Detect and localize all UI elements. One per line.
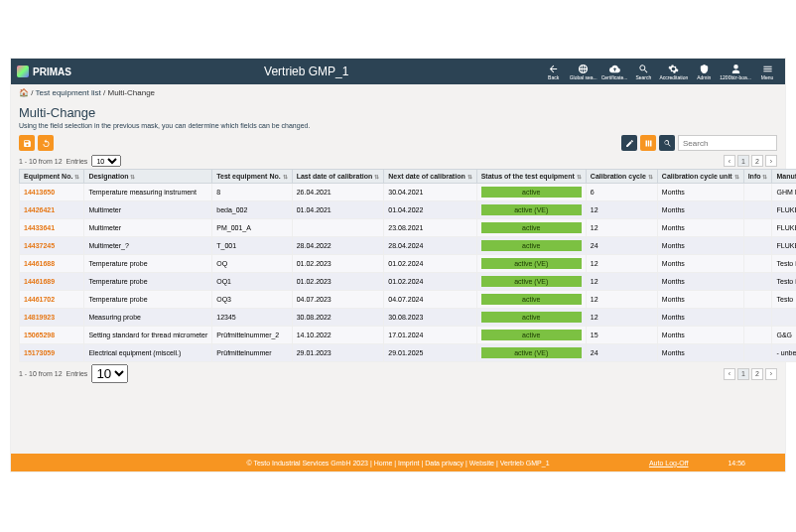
table-row[interactable]: 14819923Measuring probe1234530.08.202230… [20,309,797,327]
pager-prev[interactable]: ‹ [724,368,735,380]
search-input[interactable] [678,135,777,151]
col-header[interactable]: Status of the test equipment⇅ [476,170,586,184]
table-row[interactable]: 14426421Multimeterbeda_00201.04.202101.0… [20,201,797,219]
cell-eq[interactable]: 14426421 [20,201,84,219]
footer-link[interactable]: Website [469,460,494,466]
pager-page-1[interactable]: 1 [737,368,749,380]
breadcrumb-current: Multi-Change [107,88,155,97]
columns-button[interactable] [640,135,656,151]
cell-des: Temperature measuring instrument [84,184,212,201]
cell-eq[interactable]: 14413650 [20,184,84,201]
sort-icon: ⇅ [734,174,739,180]
cell-last: 28.04.2022 [292,237,384,255]
upload-icon [609,64,620,74]
cell-status: active [476,291,586,309]
col-header[interactable]: Designation⇅ [84,170,212,184]
menu-icon [762,64,773,74]
col-header[interactable]: Manufacturer⇅ [772,170,796,184]
cell-info [743,237,772,255]
toolbar-user[interactable]: 1200biz-boa... [720,64,751,80]
toolbar-menu[interactable]: Menu [755,64,779,80]
toolbar-admin[interactable]: Admin [692,64,716,80]
table-body: 14413650Temperature measuring instrument… [20,184,797,362]
search-button[interactable] [659,135,675,151]
cell-info [743,255,772,273]
home-icon[interactable]: 🏠 [19,88,29,97]
col-header[interactable]: Calibration cycle unit⇅ [657,170,743,184]
table-row[interactable]: 14461688Temperature probeOQ01.02.202301.… [20,255,797,273]
page-title: Multi-Change [19,105,777,120]
table-row[interactable]: 14437245Multimeter_?T_00128.04.202228.04… [20,237,797,255]
pager-page-2[interactable]: 2 [751,368,763,380]
cell-info [743,219,772,237]
sort-icon: ⇅ [74,174,79,180]
table-row[interactable]: 15173059Electrical equipment (miscell.)P… [20,344,797,362]
cell-unit: Months [657,273,743,291]
brand-logo [17,66,29,77]
cell-eq[interactable]: 14437245 [20,237,84,255]
table-row[interactable]: 14461702Temperature probeOQ304.07.202304… [20,291,797,309]
cell-eq[interactable]: 14461689 [20,273,84,291]
cell-last: 01.02.2023 [292,255,384,273]
entries-select-bottom[interactable]: 10 [91,364,128,383]
toolbar-back[interactable]: Back [542,64,566,80]
footer-link[interactable]: Imprint [398,460,419,466]
cell-info [743,291,772,309]
footer-auto-logoff: Auto Log-Off [649,460,689,466]
entries-select-top[interactable]: 10 [91,155,121,167]
cell-eq[interactable]: 14461688 [20,255,84,273]
toolbar-upload[interactable]: Certificate... [601,64,628,80]
cell-next: 23.08.2021 [384,219,476,237]
cell-last: 04.07.2023 [292,291,384,309]
footer-copyright: © Testo Industrial Services GmbH 2023 [246,460,368,466]
pager-next[interactable]: › [765,368,777,380]
cell-status: active (VE) [476,201,586,219]
cell-eq[interactable]: 15173059 [20,344,84,362]
save-button[interactable] [19,135,35,151]
cell-cyc: 12 [586,309,657,327]
globe-icon [578,64,589,74]
header-toolbar: BackGlobal sea...Certificate...SearchAcc… [542,64,779,80]
toolbar-search[interactable]: Search [631,64,655,80]
toolbar-gear[interactable]: Accreditation [659,64,688,80]
col-header[interactable]: Last date of calibration⇅ [292,170,384,184]
cell-eq[interactable]: 14461702 [20,291,84,309]
cell-eq[interactable]: 15065298 [20,327,84,344]
cell-next: 04.07.2024 [384,291,476,309]
cell-next: 29.01.2025 [384,344,476,362]
col-header[interactable]: Info⇅ [743,170,772,184]
col-header[interactable]: Equipment No.⇅ [20,170,84,184]
table-row[interactable]: 14413650Temperature measuring instrument… [20,184,797,201]
cell-last [292,219,384,237]
cell-te: beda_002 [212,201,292,219]
pager-next[interactable]: › [765,155,777,167]
entries-label-bottom: Entries [66,370,88,377]
footer-link[interactable]: Data privacy [425,460,464,466]
undo-button[interactable] [38,135,54,151]
cell-next: 30.04.2021 [384,184,476,201]
table-row[interactable]: 14461689Temperature probeOQ101.02.202301… [20,273,797,291]
brand-name: PRIMAS [33,66,71,77]
table-row[interactable]: 15065298Setting standard for thread micr… [20,327,797,344]
cell-eq[interactable]: 14433641 [20,219,84,237]
page-center-title: Vertrieb GMP_1 [71,65,542,78]
edit-button[interactable] [621,135,637,151]
footer-link[interactable]: Vertrieb GMP_1 [500,460,550,466]
toolbar-globe[interactable]: Global sea... [570,64,597,80]
cell-des: Setting standard for thread micrometer [84,327,212,344]
footer-link[interactable]: Home [374,460,393,466]
col-header[interactable]: Next date of calibration⇅ [384,170,476,184]
pager-page-2[interactable]: 2 [751,155,763,167]
breadcrumb-link-1[interactable]: Test equipment list [36,88,101,97]
pager-page-1[interactable]: 1 [737,155,749,167]
cell-last: 01.04.2021 [292,201,384,219]
table-row[interactable]: 14433641MultimeterPM_001_A23.08.2021acti… [20,219,797,237]
cell-eq[interactable]: 14819923 [20,309,84,327]
col-header[interactable]: Test equipment No.⇅ [212,170,292,184]
pager-prev[interactable]: ‹ [724,155,735,167]
cell-mfr: Testo industrial services GmbH [772,273,796,291]
status-badge: active [481,187,582,198]
cell-status: active [476,327,586,344]
col-header[interactable]: Calibration cycle⇅ [586,170,657,184]
cell-unit: Months [657,291,743,309]
